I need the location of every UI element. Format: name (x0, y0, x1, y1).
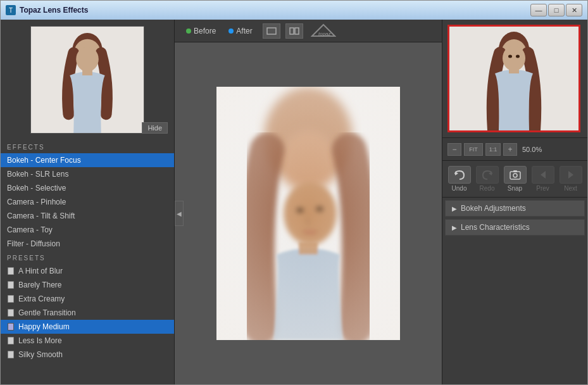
left-collapse-tab[interactable]: ◀ (175, 201, 184, 226)
zoom-percent: 50.0% (522, 146, 542, 153)
effect-item-camera-toy[interactable]: Camera - Toy (1, 223, 174, 237)
right-thumbnail (447, 25, 580, 132)
canvas-area[interactable]: ◀ (175, 42, 442, 384)
lens-characteristics-panel: ▶ Lens Characteristics (445, 219, 585, 236)
effect-item-filter-diffusion[interactable]: Filter - Diffusion (1, 237, 174, 251)
bokeh-adjustments-panel: ▶ Bokeh Adjustments (445, 200, 585, 217)
before-dot (186, 28, 191, 34)
action-buttons: Undo Redo Snap (442, 161, 587, 198)
doc-icon (7, 308, 15, 317)
svg-rect-9 (8, 282, 13, 288)
svg-rect-7 (8, 268, 13, 274)
adjustments-area: ▶ Bokeh Adjustments ▶ Lens Characteristi… (442, 198, 587, 384)
after-button[interactable]: After (223, 25, 257, 37)
center-panel: Before After (175, 20, 442, 384)
close-button[interactable]: ✕ (566, 4, 582, 16)
lens-expand-icon: ▶ (452, 224, 457, 231)
effects-label: EFFECTS (1, 140, 174, 153)
title-bar: T Topaz Lens Effects — □ ✕ (1, 1, 587, 20)
doc-icon (7, 294, 15, 303)
doc-icon (7, 322, 15, 331)
before-after-group: Before After (181, 25, 258, 37)
prev-button[interactable]: Prev (532, 166, 554, 192)
svg-rect-15 (8, 324, 13, 330)
presets-section: PRESETS A Hint of Blur (1, 251, 174, 384)
bokeh-adjustments-label: Bokeh Adjustments (461, 204, 526, 213)
right-toolbar: − FIT 1:1 + 50.0% (442, 138, 587, 161)
doc-icon (7, 350, 15, 359)
zoom-100-button[interactable]: 1:1 (485, 143, 501, 156)
minimize-button[interactable]: — (530, 4, 547, 16)
presets-list[interactable]: A Hint of Blur Barely There (1, 264, 174, 384)
window-controls: — □ ✕ (530, 4, 582, 16)
preset-item-less-is-more[interactable]: Less Is More (1, 334, 174, 348)
redo-icon (476, 166, 499, 184)
effects-list[interactable]: Bokeh - Center Focus Bokeh - SLR Lens Bo… (1, 153, 174, 251)
bokeh-expand-icon: ▶ (452, 205, 457, 212)
topaz-logo: topaz (311, 23, 336, 39)
svg-rect-11 (8, 296, 13, 302)
zoom-controls: − FIT 1:1 + 50.0% (447, 143, 542, 156)
effect-item-camera-tiltshift[interactable]: Camera - Tilt & Shift (1, 209, 174, 223)
preset-item-extra-creamy[interactable]: Extra Creamy (1, 292, 174, 306)
bokeh-adjustments-header[interactable]: ▶ Bokeh Adjustments (445, 200, 585, 217)
hide-button[interactable]: Hide (142, 122, 168, 134)
effect-item-bokeh-selective[interactable]: Bokeh - Selective (1, 181, 174, 195)
prev-label: Prev (536, 185, 549, 192)
preset-item-hint-of-blur[interactable]: A Hint of Blur (1, 264, 174, 278)
main-content: Hide EFFECTS Bokeh - Center Focus Bokeh … (1, 20, 587, 384)
zoom-out-button[interactable]: − (447, 143, 461, 156)
preset-item-gentle-transition[interactable]: Gentle Transition (1, 306, 174, 320)
prev-icon (532, 166, 554, 184)
main-window: T Topaz Lens Effects — □ ✕ (0, 0, 588, 385)
logo-area: topaz (311, 23, 336, 39)
next-icon (560, 166, 582, 184)
next-button[interactable]: Next (560, 166, 582, 192)
zoom-fit-button[interactable]: FIT (464, 143, 483, 156)
svg-marker-46 (541, 171, 546, 179)
right-preview (442, 20, 587, 138)
zoom-in-button[interactable]: + (503, 143, 517, 156)
svg-rect-17 (8, 338, 13, 344)
preset-item-barely-there[interactable]: Barely There (1, 278, 174, 292)
svg-rect-45 (513, 170, 517, 172)
effect-item-bokeh-slr[interactable]: Bokeh - SLR Lens (1, 167, 174, 181)
doc-icon (7, 267, 15, 275)
preset-item-silky-smooth[interactable]: Silky Smooth (1, 348, 174, 362)
preview-area: Hide (1, 20, 174, 140)
maximize-button[interactable]: □ (548, 4, 565, 16)
svg-rect-19 (8, 351, 13, 358)
lens-characteristics-label: Lens Characteristics (461, 223, 530, 232)
redo-button[interactable]: Redo (476, 166, 499, 192)
single-view-button[interactable] (263, 23, 280, 39)
lens-characteristics-header[interactable]: ▶ Lens Characteristics (445, 219, 585, 236)
before-button[interactable]: Before (181, 25, 221, 37)
window-title: Topaz Lens Effects (20, 6, 527, 15)
right-panel: − FIT 1:1 + 50.0% Undo (442, 20, 587, 384)
preset-item-happy-medium[interactable]: Happy Medium (1, 320, 174, 334)
snap-label: Snap (508, 185, 522, 192)
svg-rect-13 (8, 310, 13, 316)
svg-point-44 (513, 174, 517, 177)
effect-item-bokeh-center[interactable]: Bokeh - Center Focus (1, 153, 174, 167)
effect-item-camera-pinhole[interactable]: Camera - Pinhole (1, 195, 174, 209)
top-toolbar: Before After (175, 20, 442, 42)
undo-icon (448, 166, 471, 184)
svg-rect-20 (267, 28, 276, 34)
svg-rect-43 (510, 172, 520, 179)
svg-rect-5 (82, 68, 92, 75)
before-label: Before (194, 27, 216, 35)
undo-button[interactable]: Undo (448, 166, 471, 192)
doc-icon (7, 336, 15, 345)
split-view-button[interactable] (285, 23, 303, 39)
next-label: Next (564, 185, 577, 192)
left-panel: Hide EFFECTS Bokeh - Center Focus Bokeh … (1, 20, 175, 384)
undo-label: Undo (452, 185, 467, 192)
snap-button[interactable]: Snap (504, 166, 527, 192)
canvas-image (216, 87, 400, 340)
preview-thumbnail (30, 26, 144, 134)
snap-icon (504, 166, 527, 184)
svg-rect-22 (295, 28, 299, 34)
svg-rect-32 (216, 87, 400, 340)
svg-point-39 (508, 55, 512, 58)
